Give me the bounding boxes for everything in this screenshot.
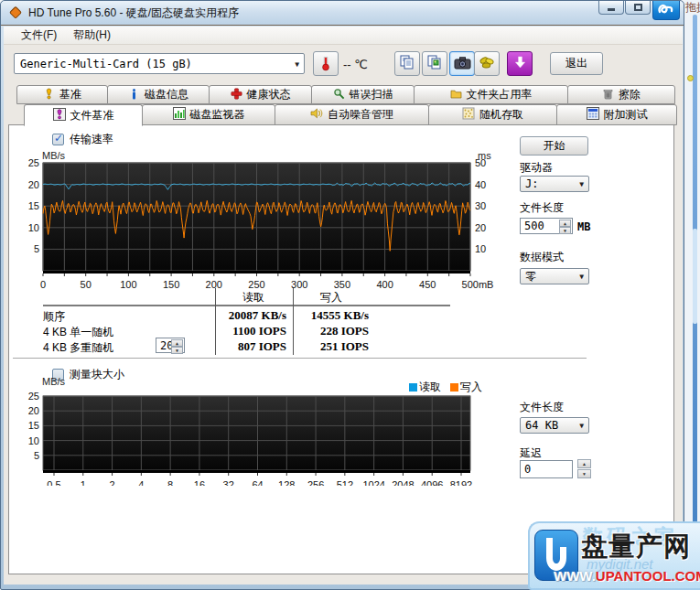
svg-text:4: 4 — [138, 479, 144, 486]
minimize-button[interactable] — [598, 1, 624, 15]
svg-text:MB/s: MB/s — [42, 376, 66, 387]
row-sequential-label: 顺序 — [43, 309, 65, 325]
tab-aam-label: 自动噪音管理 — [328, 107, 393, 123]
drive-letter-select[interactable]: J: ▼ — [520, 176, 589, 192]
start-button[interactable]: 开始 — [520, 136, 588, 156]
svg-text:20: 20 — [28, 179, 39, 190]
tab-file-benchmark-label: 文件基准 — [70, 108, 114, 123]
delay-value: 0 — [524, 463, 531, 476]
overlay-app-button[interactable] — [652, 1, 680, 20]
svg-text:128: 128 — [278, 479, 295, 486]
screenshot-button[interactable] — [449, 51, 475, 76]
background-scrollbar-thumb[interactable] — [693, 229, 697, 325]
tab-health[interactable]: 健康状态 — [209, 85, 312, 104]
tabbar-row1: 基准 磁盘信息 健康状态 错误扫描 文件夹占用率 擦除 — [16, 85, 674, 104]
tab-error-scan-label: 错误扫描 — [350, 87, 393, 102]
multi-random-count-spinner[interactable]: 20 ▲▼ — [156, 338, 185, 353]
block-size-chart: MB/s2520151050.5124816326412825651210242… — [9, 372, 518, 486]
folder-icon — [450, 88, 462, 102]
disk-info-icon — [128, 88, 140, 102]
desktop-background-strip: 拖拽 — [684, 0, 700, 590]
drive-letter-value: J: — [525, 177, 538, 190]
svg-text:5: 5 — [34, 243, 39, 254]
file-benchmark-panel: 传输速率 MB/sms25201510550403020100501001502… — [8, 124, 674, 574]
tab-disk-info-label: 磁盘信息 — [145, 87, 188, 102]
save-results-button[interactable] — [507, 51, 533, 76]
svg-text:50: 50 — [475, 157, 486, 168]
svg-text:30: 30 — [475, 200, 486, 211]
tab-disk-info[interactable]: 磁盘信息 — [107, 85, 210, 104]
hd-tune-window: HD Tune Pro 5.60 - 硬盘/固态硬盘实用程序 文件(F) 帮助(… — [0, 0, 684, 590]
background-drag-text: 拖拽 — [685, 0, 700, 16]
svg-text:20: 20 — [28, 405, 39, 416]
svg-text:100: 100 — [120, 279, 136, 290]
tab-error-scan[interactable]: 错误扫描 — [311, 85, 415, 104]
row-sequential-write: 14555 KB/s — [297, 308, 369, 323]
row-single-random-label: 4 KB 单一随机 — [43, 325, 113, 340]
copy-text-button[interactable] — [394, 51, 420, 76]
block-file-length-select[interactable]: 64 KB ▼ — [520, 417, 589, 434]
tab-extra-tests[interactable]: 附加测试 — [556, 104, 677, 125]
row-sequential-read: 20087 KB/s — [183, 308, 286, 323]
file-length-spinner[interactable]: 500 ▲▼ — [520, 218, 573, 234]
maximize-button[interactable] — [625, 1, 651, 15]
transfer-rate-label: 传输速率 — [70, 132, 113, 147]
download-arrow-icon — [514, 56, 526, 72]
copy-text-icon — [399, 54, 415, 73]
delay-down-button[interactable]: ▼ — [577, 469, 591, 478]
background-scrollbar[interactable] — [693, 15, 697, 577]
tab-random-access-label: 随机存取 — [479, 107, 523, 123]
delay-up-button[interactable]: ▲ — [577, 459, 591, 468]
tab-folder-usage-label: 文件夹占用率 — [467, 87, 533, 102]
tab-random-access[interactable]: 随机存取 — [428, 104, 557, 125]
down-arrow-icon[interactable]: ▼ — [171, 347, 183, 354]
tab-disk-monitor[interactable]: 磁盘监视器 — [142, 104, 275, 125]
block-file-length-label: 文件长度 — [520, 400, 564, 415]
camera-icon — [454, 56, 471, 72]
health-cross-icon — [231, 88, 242, 102]
tab-folder-usage[interactable]: 文件夹占用率 — [414, 85, 568, 104]
tab-erase[interactable]: 擦除 — [567, 85, 675, 104]
svg-text:16: 16 — [194, 479, 205, 486]
exit-button[interactable]: 退出 — [550, 52, 603, 75]
write-column-header: 写入 — [295, 290, 368, 306]
drive-select-value: Generic-Multi-Card (15 gB) — [20, 58, 192, 70]
file-length-updown[interactable]: ▲▼ — [559, 220, 571, 232]
tab-benchmark[interactable]: 基准 — [16, 85, 108, 104]
read-column-header: 读取 — [217, 290, 290, 306]
chevron-down-icon: ▼ — [579, 422, 584, 430]
upantool-watermark: 数码之家 mydigit.net 盘量产网 WWW.UPANTOOL.COM — [528, 521, 700, 590]
copy-image-button[interactable] — [422, 51, 447, 76]
svg-text:2048: 2048 — [392, 479, 414, 486]
multi-random-updown[interactable]: ▲▼ — [171, 339, 183, 351]
svg-text:10: 10 — [28, 435, 39, 446]
svg-text:2: 2 — [110, 479, 115, 486]
drive-select[interactable]: Generic-Multi-Card (15 gB) ▼ — [14, 53, 305, 74]
transfer-rate-checkbox[interactable] — [52, 134, 64, 145]
svg-text:10: 10 — [475, 243, 486, 254]
watermark-www: WWW. — [554, 568, 596, 584]
tab-disk-monitor-label: 磁盘监视器 — [190, 107, 245, 123]
temperature-button[interactable] — [313, 51, 339, 76]
up-arrow-icon[interactable]: ▲ — [559, 220, 571, 227]
section-separator — [13, 358, 587, 359]
tab-aam[interactable]: 自动噪音管理 — [275, 104, 429, 125]
file-length-unit: MB — [577, 220, 590, 233]
menu-file[interactable]: 文件(F) — [13, 26, 65, 45]
down-arrow-icon[interactable]: ▼ — [559, 227, 571, 234]
up-arrow-icon[interactable]: ▲ — [171, 339, 183, 347]
tab-benchmark-label: 基准 — [59, 87, 81, 102]
tab-file-benchmark[interactable]: 文件基准 — [24, 104, 143, 126]
menubar: 文件(F) 帮助(H) — [4, 27, 683, 45]
delay-input[interactable]: 0 — [520, 460, 573, 478]
block-file-length-value: 64 KB — [525, 419, 558, 432]
table-divider-2 — [293, 288, 294, 355]
svg-text:MB/s: MB/s — [42, 150, 66, 161]
tab-extra-tests-label: 附加测试 — [604, 107, 648, 123]
svg-text:500mB: 500mB — [462, 279, 494, 290]
titlebar[interactable]: HD Tune Pro 5.60 - 硬盘/固态硬盘实用程序 — [1, 1, 684, 26]
minimize-icon — [608, 8, 615, 11]
data-mode-select[interactable]: 零 ▼ — [520, 268, 589, 284]
export-button[interactable] — [474, 51, 500, 76]
menu-help[interactable]: 帮助(H) — [65, 26, 119, 45]
